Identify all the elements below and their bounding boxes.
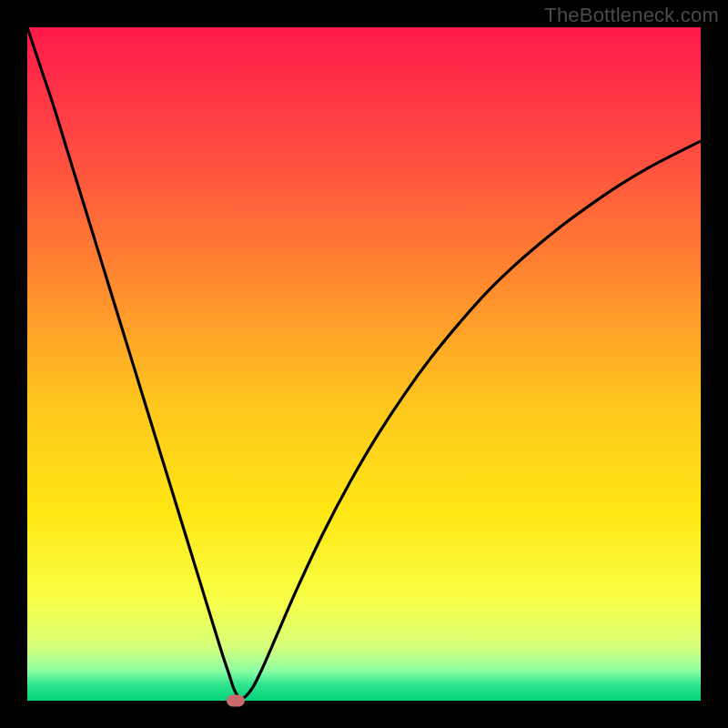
watermark-text: TheBottleneck.com — [544, 4, 719, 27]
chart-frame: TheBottleneck.com — [0, 0, 728, 728]
bottleneck-chart — [27, 27, 701, 701]
chart-background — [27, 27, 701, 701]
curve-minimum-marker — [227, 695, 245, 707]
